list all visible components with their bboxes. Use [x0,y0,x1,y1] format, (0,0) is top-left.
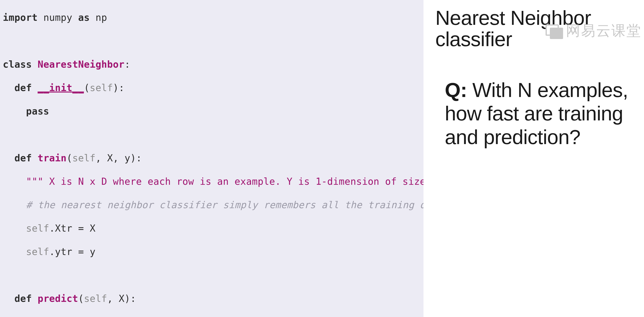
indent [3,176,26,187]
code-text: ( [78,293,84,304]
code-text: : [124,59,130,70]
watermark-icon [546,24,562,38]
self-param: self [72,152,96,164]
slide-container: import numpy as np class NearestNeighbor… [0,0,644,317]
code-text: .Xtr = X [49,223,96,234]
code-line: class NearestNeighbor: [3,59,421,70]
self-ref: self [26,223,49,234]
keyword-def: def [14,152,38,164]
indent [3,293,14,304]
indent [3,200,26,210]
code-line: import numpy as np [3,12,421,24]
dunder-init: __init__ [38,82,84,93]
code-text: , X, y): [96,152,142,164]
indent [3,82,14,93]
comment: # the nearest neighbor classifier simply… [26,200,443,210]
keyword-import: import [3,12,38,23]
docstring: """ X is N x D where each row is an exam… [26,176,460,187]
code-line: """ X is N x D where each row is an exam… [3,316,421,317]
code-panel: import numpy as np class NearestNeighbor… [0,0,424,317]
class-name: NearestNeighbor [38,59,124,70]
keyword-class: class [3,59,38,70]
func-train: train [38,152,66,164]
code-text: ): [113,82,124,93]
code-line: self.ytr = y [3,246,421,258]
code-text: ( [84,82,90,93]
question-block: Q: With N examples, how fast are trainin… [435,78,637,149]
self-param: self [84,293,107,304]
code-line: """ X is N x D where each row is an exam… [3,176,421,188]
blank-line [3,129,421,141]
blank-line [3,270,421,281]
code-text: numpy [38,12,78,23]
code-text: ( [66,152,72,164]
question-body: With N examples, how fast are training a… [445,78,628,148]
keyword-pass: pass [3,106,49,117]
code-line: def train(self, X, y): [3,152,421,164]
keyword-as: as [78,12,90,23]
indent [3,152,14,164]
code-line: def predict(self, X): [3,293,421,305]
code-line: def __init__(self): [3,82,421,94]
code-text: np [90,12,107,23]
keyword-def: def [14,82,38,93]
indent [3,246,26,257]
code-line: # the nearest neighbor classifier simply… [3,199,421,211]
question-label: Q: [445,78,467,101]
self-ref: self [26,246,49,257]
right-panel: Nearest Neighbor classifier 网易云课堂 Q: Wit… [424,0,644,317]
code-line: pass [3,106,421,117]
square-icon [550,28,563,39]
code-text: , X): [107,293,136,304]
indent [3,223,26,234]
watermark: 网易云课堂 [546,21,642,40]
code-line: self.Xtr = X [3,222,421,234]
self-param: self [90,82,113,93]
keyword-def: def [14,293,38,304]
func-predict: predict [38,293,78,304]
code-text: .ytr = y [49,246,96,257]
watermark-text: 网易云课堂 [566,21,642,40]
blank-line [3,35,421,47]
